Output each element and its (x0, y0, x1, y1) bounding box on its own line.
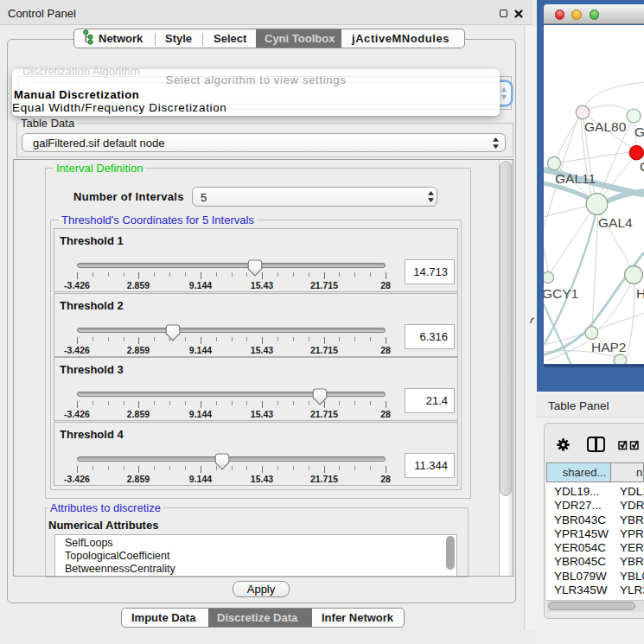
svg-text:GA: GA (634, 124, 644, 139)
svg-text:GAL80: GAL80 (584, 119, 627, 134)
svg-text:GCY1: GCY1 (544, 286, 578, 301)
svg-text:GAL4: GAL4 (598, 215, 633, 230)
svg-text:H: H (636, 286, 644, 301)
svg-text:GAL11: GAL11 (555, 171, 596, 186)
svg-text:C: C (640, 159, 644, 174)
svg-text:HAP2: HAP2 (591, 340, 627, 354)
